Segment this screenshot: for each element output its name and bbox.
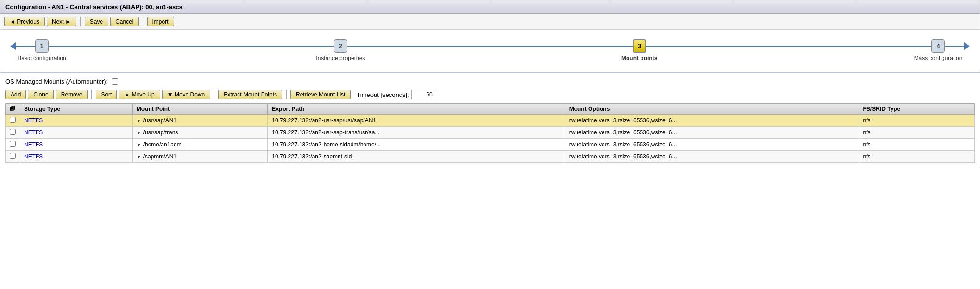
table-row: NETFS▼ /usr/sap/trans10.79.227.132:/an2-… bbox=[6, 127, 975, 139]
wizard-circle-2[interactable]: 2 bbox=[334, 39, 347, 53]
cell-export-path: 10.79.227.132:/an2-home-sidadm/home/... bbox=[268, 139, 565, 151]
table-row: NETFS▼ /usr/sap/AN110.79.227.132:/an2-us… bbox=[6, 115, 975, 127]
cell-mount-options: rw,relatime,vers=3,rsize=65536,wsize=6..… bbox=[565, 115, 859, 127]
cell-mount-point: ▼ /usr/sap/trans bbox=[132, 127, 267, 139]
timeout-label: Timeout [seconds]: bbox=[356, 91, 409, 98]
mount-points-table: 🗐 Storage Type Mount Point Export Path M… bbox=[5, 103, 975, 163]
move-up-button[interactable]: ▲ Move Up bbox=[119, 90, 160, 99]
wizard-line-1 bbox=[49, 46, 334, 47]
cell-fs-srid-type: nfs bbox=[859, 139, 975, 151]
wizard-label-4: Mass configuration bbox=[914, 55, 963, 61]
row-checkbox[interactable] bbox=[10, 141, 16, 147]
cancel-button[interactable]: Cancel bbox=[110, 17, 138, 26]
mount-point-dropdown-icon[interactable]: ▼ bbox=[137, 118, 141, 123]
wizard-line-end bbox=[945, 46, 964, 47]
move-down-button[interactable]: ▼ Move Down bbox=[162, 90, 211, 99]
wizard-line-2 bbox=[347, 46, 632, 47]
wizard-circle-3[interactable]: 3 bbox=[633, 39, 646, 53]
cell-storage-type: NETFS bbox=[20, 151, 133, 163]
cell-mount-point: ▼ /home/an1adm bbox=[132, 139, 267, 151]
table-header-row: 🗐 Storage Type Mount Point Export Path M… bbox=[6, 104, 975, 115]
cell-storage-type: NETFS bbox=[20, 115, 133, 127]
cell-mount-point: ▼ /sapmnt/AN1 bbox=[132, 151, 267, 163]
os-managed-label: OS Managed Mounts (Automounter): bbox=[5, 78, 108, 85]
wizard-label-2: Instance properties bbox=[316, 55, 365, 61]
copy-all-icon[interactable]: 🗐 bbox=[10, 106, 15, 112]
add-button[interactable]: Add bbox=[5, 90, 26, 99]
table-row: NETFS▼ /home/an1adm10.79.227.132:/an2-ho… bbox=[6, 139, 975, 151]
extract-mount-points-button[interactable]: Extract Mount Points bbox=[218, 90, 282, 99]
action-separator-3 bbox=[286, 90, 287, 99]
page-title: Configuration - AN1 - Central services (… bbox=[5, 3, 183, 11]
cell-fs-srid-type: nfs bbox=[859, 127, 975, 139]
col-header-storage-type: Storage Type bbox=[20, 104, 133, 115]
cell-mount-options: rw,relatime,vers=3,rsize=65536,wsize=6..… bbox=[565, 127, 859, 139]
toolbar-separator-1 bbox=[80, 17, 81, 26]
wizard-line-start bbox=[16, 46, 35, 47]
wizard-line-3 bbox=[646, 46, 931, 47]
wizard-end-arrow bbox=[964, 42, 970, 50]
row-checkbox[interactable] bbox=[10, 117, 16, 123]
cell-export-path: 10.79.227.132:/an2-usr-sap/usr/sap/AN1 bbox=[268, 115, 565, 127]
cell-storage-type: NETFS bbox=[20, 139, 133, 151]
wizard-step-2[interactable]: 2 Instance properties bbox=[334, 39, 347, 53]
section-content: OS Managed Mounts (Automounter): Add Clo… bbox=[0, 73, 980, 168]
col-header-fs-srid-type: FS/SRID Type bbox=[859, 104, 975, 115]
col-header-mount-point: Mount Point bbox=[132, 104, 267, 115]
row-checkbox[interactable] bbox=[10, 153, 16, 159]
sort-button[interactable]: Sort bbox=[96, 90, 117, 99]
cell-mount-options: rw,relatime,vers=3,rsize=65536,wsize=6..… bbox=[565, 139, 859, 151]
top-toolbar: ◄ Previous Next ► Save Cancel Import bbox=[0, 14, 980, 30]
wizard-step-4[interactable]: 4 Mass configuration bbox=[931, 39, 945, 53]
import-button[interactable]: Import bbox=[147, 17, 174, 26]
wizard-circle-1[interactable]: 1 bbox=[35, 39, 49, 53]
wizard-step-3[interactable]: 3 Mount points bbox=[633, 39, 646, 53]
wizard-start-arrow bbox=[10, 42, 16, 50]
action-separator-2 bbox=[214, 90, 214, 99]
wizard-label-3: Mount points bbox=[621, 55, 657, 61]
cell-export-path: 10.79.227.132:/an2-sapmnt-sid bbox=[268, 151, 565, 163]
cell-mount-options: rw,relatime,vers=3,rsize=65536,wsize=6..… bbox=[565, 151, 859, 163]
col-header-mount-options: Mount Options bbox=[565, 104, 859, 115]
timeout-input[interactable] bbox=[411, 90, 435, 99]
wizard-step-1[interactable]: 1 Basic configuration bbox=[35, 39, 49, 53]
cell-fs-srid-type: nfs bbox=[859, 151, 975, 163]
move-up-arrow-icon: ▲ bbox=[124, 91, 130, 98]
save-button[interactable]: Save bbox=[85, 17, 108, 26]
wizard-label-1: Basic configuration bbox=[17, 55, 66, 61]
remove-button[interactable]: Remove bbox=[56, 90, 88, 99]
move-down-arrow-icon: ▼ bbox=[167, 91, 173, 98]
previous-button[interactable]: ◄ Previous bbox=[4, 17, 45, 26]
mount-point-dropdown-icon[interactable]: ▼ bbox=[137, 130, 141, 135]
os-managed-checkbox[interactable] bbox=[112, 78, 118, 85]
title-bar: Configuration - AN1 - Central services (… bbox=[0, 0, 980, 14]
cell-storage-type: NETFS bbox=[20, 127, 133, 139]
cell-mount-point: ▼ /usr/sap/AN1 bbox=[132, 115, 267, 127]
wizard-container: 1 Basic configuration 2 Instance propert… bbox=[0, 30, 980, 73]
table-row: NETFS▼ /sapmnt/AN110.79.227.132:/an2-sap… bbox=[6, 151, 975, 163]
retrieve-mount-list-button[interactable]: Retrieve Mount List bbox=[290, 90, 351, 99]
cell-export-path: 10.79.227.132:/an2-usr-sap-trans/usr/sa.… bbox=[268, 127, 565, 139]
action-separator-1 bbox=[91, 90, 92, 99]
main-container: Configuration - AN1 - Central services (… bbox=[0, 0, 980, 168]
clone-button[interactable]: Clone bbox=[28, 90, 53, 99]
col-header-export-path: Export Path bbox=[268, 104, 565, 115]
mount-point-dropdown-icon[interactable]: ▼ bbox=[137, 142, 141, 147]
action-toolbar: Add Clone Remove Sort ▲ Move Up ▼ Move D… bbox=[5, 90, 975, 99]
mount-point-dropdown-icon[interactable]: ▼ bbox=[137, 154, 141, 159]
next-button[interactable]: Next ► bbox=[47, 17, 76, 26]
os-managed-row: OS Managed Mounts (Automounter): bbox=[5, 78, 975, 85]
col-header-copy: 🗐 bbox=[6, 104, 20, 115]
wizard-circle-4[interactable]: 4 bbox=[931, 39, 945, 53]
row-checkbox[interactable] bbox=[10, 129, 16, 135]
cell-fs-srid-type: nfs bbox=[859, 115, 975, 127]
wizard-track: 1 Basic configuration 2 Instance propert… bbox=[10, 37, 970, 64]
toolbar-separator-2 bbox=[143, 17, 143, 26]
